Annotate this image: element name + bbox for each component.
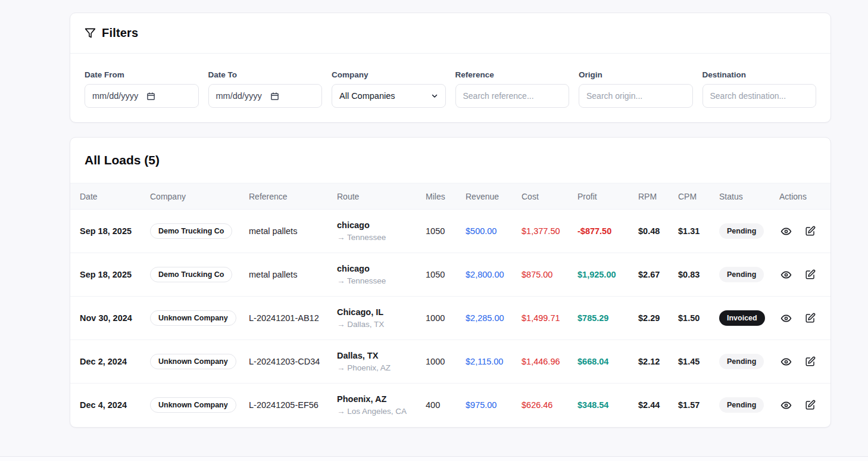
calendar-icon[interactable]: [146, 92, 155, 101]
field-date-to: Date To mm/dd/yyyy: [208, 70, 323, 108]
loads-card-header: All Loads (5): [70, 138, 830, 183]
load-profit: $1,925.00: [568, 253, 629, 297]
load-rpm: $2.44: [629, 384, 669, 427]
eye-icon: [780, 356, 792, 367]
edit-pencil-icon: [805, 269, 816, 280]
table-row: Nov 30, 2024 Unknown Company L-20241201-…: [70, 297, 831, 340]
load-cpm: $0.83: [669, 253, 710, 297]
load-cost: $1,446.96: [512, 340, 568, 384]
edit-pencil-icon: [805, 313, 816, 323]
company-badge: Unknown Company: [150, 310, 236, 326]
date-to-placeholder: mm/dd/yyyy: [216, 91, 262, 101]
load-miles: 400: [416, 384, 456, 427]
company-select-value: All Companies: [339, 91, 395, 101]
row-actions: [779, 355, 827, 369]
view-load-button[interactable]: [779, 225, 793, 238]
column-header-status: Status: [710, 183, 770, 210]
edit-load-button[interactable]: [804, 355, 817, 368]
field-date-from: Date From mm/dd/yyyy: [85, 70, 199, 108]
table-row: Sep 18, 2025 Demo Trucking Co metal pall…: [70, 253, 831, 297]
field-origin: Origin: [579, 70, 693, 108]
column-header-profit: Profit: [568, 183, 629, 210]
edit-load-button[interactable]: [804, 398, 817, 412]
filter-funnel-icon: [85, 27, 96, 39]
destination-search-input[interactable]: [702, 84, 817, 108]
load-cost: $1,499.71: [512, 297, 568, 340]
column-header-actions: Actions: [770, 183, 831, 210]
view-load-button[interactable]: [779, 312, 793, 325]
filters-title: Filters: [102, 26, 138, 40]
load-date: Dec 4, 2024: [70, 384, 140, 427]
calendar-icon[interactable]: [270, 92, 279, 101]
company-select[interactable]: All Companies: [332, 84, 446, 108]
route-origin: chicago: [337, 263, 411, 275]
table-row: Sep 18, 2025 Demo Trucking Co metal pall…: [70, 210, 831, 253]
date-to-label: Date To: [208, 70, 323, 79]
load-reference: L-20241203-CD34: [239, 340, 327, 384]
eye-icon: [780, 226, 792, 237]
load-date: Nov 30, 2024: [70, 297, 140, 340]
field-destination: Destination: [702, 70, 817, 108]
load-cost: $626.46: [512, 384, 568, 427]
load-date: Sep 18, 2025: [70, 253, 140, 297]
status-badge: Invoiced: [719, 310, 765, 326]
column-header-reference: Reference: [239, 183, 327, 210]
load-revenue: $975.00: [456, 384, 512, 427]
company-badge: Unknown Company: [150, 354, 236, 369]
company-badge: Demo Trucking Co: [150, 267, 232, 282]
load-cpm: $1.50: [669, 297, 710, 340]
load-miles: 1050: [416, 253, 456, 297]
load-profit: $668.04: [568, 340, 629, 384]
field-reference: Reference: [455, 70, 570, 108]
load-revenue: $2,800.00: [456, 253, 512, 297]
loads-table-body: Sep 18, 2025 Demo Trucking Co metal pall…: [70, 210, 831, 427]
company-badge: Unknown Company: [150, 397, 236, 413]
column-header-revenue: Revenue: [456, 183, 512, 210]
row-actions: [779, 312, 827, 325]
edit-load-button[interactable]: [804, 312, 817, 325]
filters-body: Date From mm/dd/yyyy Date To mm/dd/yyyy: [70, 54, 830, 122]
origin-search-input[interactable]: [579, 84, 693, 108]
load-rpm: $2.12: [629, 340, 669, 384]
load-cpm: $1.45: [669, 340, 710, 384]
route-destination: → Dallas, TX: [337, 319, 411, 331]
column-header-cpm: CPM: [669, 183, 710, 210]
column-header-route: Route: [327, 183, 416, 210]
eye-icon: [780, 313, 792, 324]
eye-icon: [780, 400, 792, 411]
load-rpm: $0.48: [629, 210, 669, 253]
load-reference: L-20241205-EF56: [239, 384, 327, 427]
loads-title: All Loads (5): [85, 153, 816, 167]
load-cost: $875.00: [512, 253, 568, 297]
load-cost: $1,377.50: [512, 210, 568, 253]
load-reference: metal pallets: [239, 253, 327, 297]
company-badge: Demo Trucking Co: [150, 223, 232, 239]
eye-icon: [780, 269, 792, 281]
route-destination: → Tennessee: [337, 232, 411, 244]
reference-search-input[interactable]: [455, 84, 570, 108]
row-actions: [779, 398, 827, 412]
edit-load-button[interactable]: [804, 268, 817, 281]
row-actions: [779, 268, 827, 282]
load-cpm: $1.31: [669, 210, 710, 253]
view-load-button[interactable]: [779, 398, 793, 412]
date-from-input[interactable]: mm/dd/yyyy: [85, 84, 199, 108]
footer-divider: [0, 456, 868, 461]
date-to-input[interactable]: mm/dd/yyyy: [208, 84, 323, 108]
edit-load-button[interactable]: [804, 225, 817, 238]
column-header-rpm: RPM: [629, 183, 669, 210]
load-miles: 1050: [416, 210, 456, 253]
row-actions: [779, 225, 827, 238]
view-load-button[interactable]: [779, 355, 793, 369]
column-header-date: Date: [70, 183, 140, 210]
view-load-button[interactable]: [779, 268, 793, 282]
load-revenue: $500.00: [456, 210, 512, 253]
load-miles: 1000: [416, 340, 456, 384]
edit-pencil-icon: [805, 226, 816, 236]
origin-label: Origin: [579, 70, 693, 79]
load-revenue: $2,115.00: [456, 340, 512, 384]
status-badge: Pending: [719, 354, 764, 369]
load-profit: $785.29: [568, 297, 629, 340]
column-header-miles: Miles: [416, 183, 456, 210]
load-profit: $348.54: [568, 384, 629, 427]
